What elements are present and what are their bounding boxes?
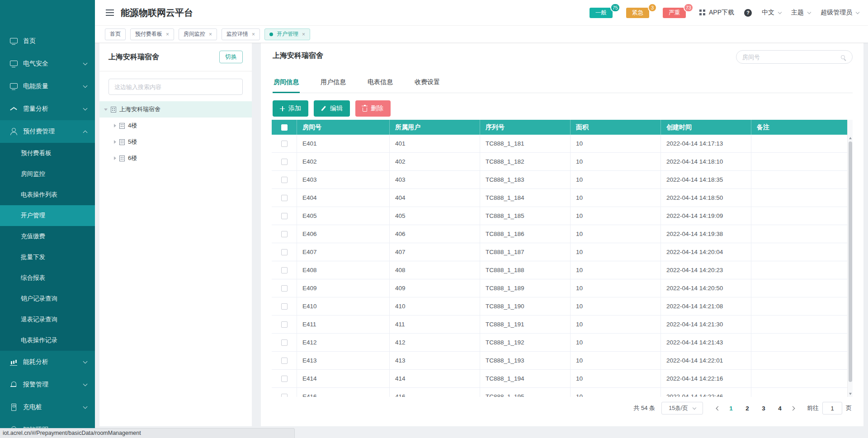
sidebar-item[interactable]: 充电桩 [0,396,95,419]
row-checkbox[interactable] [281,303,288,310]
menu-collapse-icon[interactable] [106,9,114,16]
table-scrollbar[interactable] [847,120,853,397]
breadcrumb-tab[interactable]: 监控详情 × [222,28,260,40]
language-select[interactable]: 中文 [762,9,781,17]
sidebar-item[interactable]: 报警管理 [0,373,95,396]
sidebar-subitem[interactable]: 综合报表 [0,268,95,288]
table-row[interactable]: E414 414 TC888_1_194 10 2022-04-14 14:22… [272,370,853,388]
sidebar-subitem[interactable]: 房间监控 [0,164,95,184]
select-all-checkbox[interactable] [281,124,288,131]
page-number[interactable]: 2 [741,405,753,412]
sidebar-subitem[interactable]: 批量下发 [0,247,95,268]
table-row[interactable]: E404 404 TC888_1_184 10 2022-04-14 14:18… [272,189,853,207]
table-row[interactable]: E408 408 TC888_1_188 10 2022-04-14 14:20… [272,261,853,279]
table-row[interactable]: E412 412 TC888_1_192 10 2022-04-14 14:21… [272,334,853,352]
sidebar-item[interactable]: 能耗分析 [0,351,95,373]
row-checkbox[interactable] [281,141,288,147]
page-size-select[interactable]: 15条/页 [661,402,703,414]
table-row[interactable]: E402 402 TC888_1_182 10 2022-04-14 14:18… [272,153,853,171]
next-page-icon[interactable] [791,406,795,410]
sidebar-subitem[interactable]: 退表记录查询 [0,309,95,330]
table-row[interactable]: E416 416 TC888_1_195 10 2022-04-14 14:22… [272,388,853,397]
search-icon[interactable] [841,55,845,59]
caret-right-icon[interactable] [114,140,116,144]
row-checkbox[interactable] [281,376,288,382]
info-tab[interactable]: 收费设置 [414,75,441,93]
alarm-tag[interactable]: 一般 75 [590,8,613,18]
close-icon[interactable]: × [209,32,212,37]
sidebar-item[interactable]: 电气安全 [0,52,95,75]
tree-root-node[interactable]: 上海安科瑞宿舍 [99,101,252,118]
table-row[interactable]: E401 401 TC888_1_181 10 2022-04-14 14:17… [272,135,853,153]
breadcrumb-tab[interactable]: 首页 [105,28,126,40]
table-row[interactable]: E411 411 TC888_1_191 10 2022-04-14 14:21… [272,316,853,334]
scroll-up-arrow-icon[interactable] [849,137,852,139]
sidebar-item[interactable]: 电能质量 [0,75,95,98]
caret-right-icon[interactable] [114,156,116,160]
sidebar-item[interactable]: 预付费管理 [0,120,95,143]
table-row[interactable]: E403 403 TC888_1_183 10 2022-04-14 14:18… [272,171,853,189]
sidebar-subitem[interactable]: 电表操作记录 [0,330,95,351]
breadcrumb-tab[interactable]: 房间监控 × [179,28,217,40]
row-checkbox[interactable] [281,321,288,328]
row-checkbox[interactable] [281,358,288,364]
row-checkbox[interactable] [281,394,288,397]
row-checkbox[interactable] [281,339,288,346]
info-tab[interactable]: 电表信息 [367,75,394,93]
tree-panel-header: 上海安科瑞宿舍 切换 [99,43,252,71]
app-download[interactable]: APP下载 [699,9,734,17]
room-search-input[interactable] [742,54,841,61]
breadcrumb-tab[interactable]: 开户管理 × [264,28,310,40]
sidebar-subitem[interactable]: 开户管理 [0,205,95,226]
sidebar-subitem[interactable]: 充值缴费 [0,226,95,247]
page-number[interactable]: 1 [725,405,737,412]
row-checkbox[interactable] [281,231,288,237]
row-checkbox[interactable] [281,249,288,255]
goto-page-input[interactable] [822,402,842,414]
tree-child-node[interactable]: 5楼 [99,134,252,150]
sidebar-item[interactable]: 首页 [0,30,95,52]
alarm-tag[interactable]: 紧急 3 [626,8,649,18]
user-menu[interactable]: 超级管理员 [821,9,859,17]
caret-right-icon[interactable] [114,124,116,127]
edit-button[interactable]: 编辑 [314,100,350,117]
table-row[interactable]: E409 409 TC888_1_189 10 2022-04-14 14:20… [272,279,853,297]
switch-button[interactable]: 切换 [219,51,243,63]
row-checkbox[interactable] [281,195,288,201]
table-row[interactable]: E410 410 TC888_1_190 10 2022-04-14 14:21… [272,297,853,316]
table-row[interactable]: E405 405 TC888_1_185 10 2022-04-14 14:19… [272,207,853,225]
row-checkbox[interactable] [281,159,288,165]
help-button[interactable]: ? [744,9,752,17]
add-button[interactable]: 添加 [273,100,308,117]
row-checkbox[interactable] [281,285,288,292]
table-row[interactable]: E406 406 TC888_1_186 10 2022-04-14 14:19… [272,225,853,243]
breadcrumb-tab[interactable]: 预付费看板 × [130,28,174,40]
tree-child-node[interactable]: 4楼 [99,118,252,134]
page-number[interactable]: 3 [758,405,769,412]
sidebar-subitem[interactable]: 预付费看板 [0,143,95,164]
sidebar-item[interactable]: 需量分析 [0,98,95,120]
info-tab[interactable]: 用户信息 [320,75,347,93]
scroll-down-arrow-icon[interactable] [849,393,852,395]
delete-button[interactable]: 删除 [355,100,391,117]
row-checkbox[interactable] [281,267,288,273]
prev-page-icon[interactable] [716,406,721,410]
caret-down-icon[interactable] [104,108,108,111]
tree-search-input[interactable] [108,79,243,95]
tree-child-node[interactable]: 6楼 [99,150,252,166]
scrollbar-thumb[interactable] [849,141,852,382]
table-row[interactable]: E413 413 TC888_1_193 10 2022-04-14 14:22… [272,352,853,370]
close-icon[interactable]: × [166,32,169,37]
info-tab[interactable]: 房间信息 [273,75,300,93]
close-icon[interactable]: × [302,32,305,37]
nav-icon [10,83,18,90]
sidebar-subitem[interactable]: 销户记录查询 [0,288,95,309]
close-icon[interactable]: × [252,32,255,37]
sidebar-subitem[interactable]: 电表操作列表 [0,184,95,205]
table-row[interactable]: E407 407 TC888_1_187 10 2022-04-14 14:20… [272,243,853,261]
row-checkbox[interactable] [281,177,288,183]
theme-select[interactable]: 主题 [791,9,811,17]
page-number[interactable]: 4 [774,405,786,412]
alarm-tag[interactable]: 严重 73 [663,8,686,18]
row-checkbox[interactable] [281,213,288,219]
